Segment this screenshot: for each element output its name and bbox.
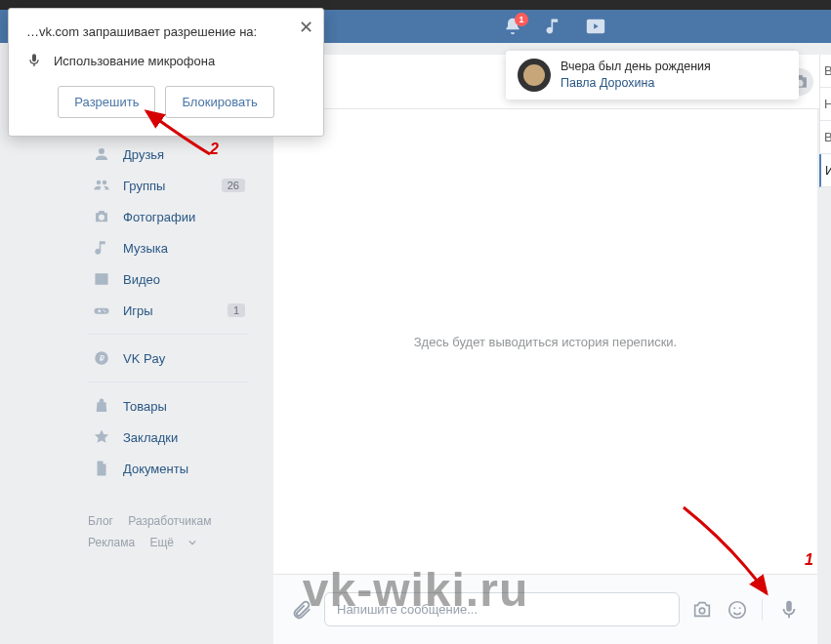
sidebar-item-goods[interactable]: Товары	[88, 390, 249, 422]
sidebar-item-label: Группы	[123, 179, 165, 193]
notification-text: Вчера был день рождения Павла Дорохина	[561, 59, 711, 92]
tab-b[interactable]: Н	[819, 88, 831, 121]
groups-icon	[92, 176, 111, 195]
gamepad-icon	[92, 301, 111, 320]
video-icon	[92, 269, 111, 289]
music-icon[interactable]	[544, 17, 563, 36]
notifications-bell-icon[interactable]: 1	[503, 17, 522, 36]
svg-point-5	[729, 601, 746, 618]
avatar	[518, 59, 551, 92]
tab-d[interactable]: И	[819, 154, 831, 187]
sidebar-item-vkpay[interactable]: ₽ VK Pay	[88, 342, 249, 374]
allow-button[interactable]: Разрешить	[58, 86, 155, 118]
svg-text:₽: ₽	[100, 354, 104, 363]
sidebar-item-games[interactable]: Игры 1	[88, 295, 249, 326]
music-icon	[92, 238, 111, 258]
chat-body: Здесь будет выводиться история переписки…	[273, 109, 817, 574]
star-icon	[92, 427, 111, 447]
sidebar: Сообщения 73 Друзья Группы 26 Фотографии…	[88, 107, 249, 553]
block-button[interactable]: Блокировать	[165, 86, 273, 118]
sidebar-item-photos[interactable]: Фотографии	[88, 201, 249, 232]
bag-icon	[92, 396, 111, 416]
svg-point-7	[739, 607, 741, 609]
svg-point-6	[733, 607, 735, 609]
separator	[88, 382, 249, 382]
footer-ads[interactable]: Реклама	[88, 536, 135, 549]
tab-a[interactable]: В	[819, 55, 831, 88]
photo-icon[interactable]	[691, 599, 713, 621]
close-icon[interactable]: ✕	[299, 17, 313, 38]
sidebar-item-bookmarks[interactable]: Закладки	[88, 422, 249, 453]
sidebar-item-documents[interactable]: Документы	[88, 453, 249, 484]
chat-empty-text: Здесь будет выводиться история переписки…	[414, 335, 677, 349]
permission-mic-label: Использование микрофона	[54, 54, 215, 68]
sidebar-item-groups[interactable]: Группы 26	[88, 170, 249, 201]
camera-icon	[92, 207, 111, 226]
emoji-icon[interactable]	[727, 599, 748, 621]
ruble-icon: ₽	[92, 348, 111, 368]
footer-blog[interactable]: Блог	[88, 514, 113, 528]
permission-title: …vk.com запрашивает разрешение на:	[26, 24, 306, 39]
sidebar-item-music[interactable]: Музыка	[88, 232, 249, 263]
sidebar-item-label: VK Pay	[123, 351, 165, 366]
friends-icon	[92, 144, 111, 164]
badge: 26	[222, 179, 245, 192]
sidebar-item-label: Музыка	[123, 241, 168, 256]
sidebar-item-label: Закладки	[123, 430, 178, 445]
sidebar-item-label: Видео	[123, 272, 160, 287]
badge: 1	[228, 303, 245, 317]
sidebar-item-label: Товары	[123, 399, 167, 414]
footer-dev[interactable]: Разработчикам	[128, 514, 211, 528]
tab-c[interactable]: В	[819, 121, 831, 154]
sidebar-item-label: Друзья	[123, 147, 164, 162]
doc-icon	[92, 459, 111, 478]
separator	[88, 334, 249, 335]
microphone-icon[interactable]	[762, 599, 800, 621]
video-play-icon[interactable]	[585, 16, 606, 37]
sidebar-item-label: Фотографии	[123, 210, 195, 224]
attach-icon[interactable]	[291, 599, 312, 621]
footer-more[interactable]: Ещё	[149, 536, 196, 549]
svg-point-4	[699, 608, 705, 614]
permission-dialog: ✕ …vk.com запрашивает разрешение на: Исп…	[8, 8, 324, 137]
sidebar-item-friends[interactable]: Друзья	[88, 139, 249, 170]
message-input[interactable]	[324, 592, 680, 626]
sidebar-item-label: Игры	[123, 303, 153, 318]
annotation-label-1: 1	[805, 551, 813, 569]
right-tabs: В Н В И	[819, 55, 831, 187]
sidebar-item-label: Документы	[123, 462, 188, 476]
microphone-icon	[26, 53, 42, 68]
footer-links: Блог Разработчикам Реклама Ещё	[88, 511, 249, 553]
notification-popup[interactable]: Вчера был день рождения Павла Дорохина	[506, 51, 799, 100]
bell-badge: 1	[515, 13, 528, 26]
annotation-label-2: 2	[210, 141, 219, 158]
compose-bar	[273, 574, 817, 644]
sidebar-item-video[interactable]: Видео	[88, 263, 249, 295]
